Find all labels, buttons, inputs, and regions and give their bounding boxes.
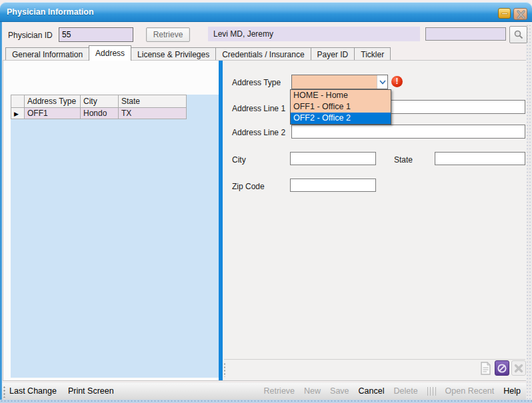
statusbar-grip-icon — [3, 386, 6, 398]
dropdown-option-off2[interactable]: OFF2 - Office 2 — [291, 113, 391, 124]
address-list-panel: Address Type City State ▶ OFF1 Hondo TX — [3, 61, 219, 380]
dropdown-option-off1[interactable]: OFF1 - Office 1 — [291, 101, 391, 113]
state-input[interactable] — [435, 152, 525, 165]
physician-id-input[interactable] — [59, 27, 133, 42]
statusbar-delete-button[interactable]: Delete — [393, 386, 417, 396]
window-right-gutter — [526, 24, 532, 400]
minimize-icon — [501, 13, 508, 15]
tab-tickler[interactable]: Tickler — [354, 47, 391, 61]
address-form-panel: Address Type ! HOME - Home OFF1 - Office… — [223, 61, 527, 380]
statusbar-help-button[interactable]: Help — [503, 386, 521, 396]
address-tab-page: Address Type City State ▶ OFF1 Hondo TX … — [3, 60, 526, 381]
zip-code-label: Zip Code — [232, 182, 265, 191]
last-change-button[interactable]: Last Change — [9, 386, 57, 396]
document-icon — [480, 362, 491, 375]
cell-state: TX — [119, 108, 187, 119]
combo-dropdown-button[interactable] — [377, 75, 387, 89]
cell-address-type: OFF1 — [25, 108, 81, 119]
tab-general-information[interactable]: General Information — [5, 47, 89, 61]
title-bar: Physician Information — [0, 2, 532, 22]
tab-credentials-insurance[interactable]: Credentials / Insurance — [215, 47, 311, 61]
search-button[interactable] — [509, 26, 527, 43]
footer-divider — [224, 359, 525, 360]
splitter-grip-icon — [223, 362, 226, 377]
retrieve-button[interactable]: Retrieve — [146, 27, 190, 42]
grid-header-row: Address Type City State — [11, 95, 187, 108]
statusbar-new-button[interactable]: New — [304, 386, 321, 396]
validation-error-icon: ! — [391, 76, 403, 87]
city-label: City — [232, 155, 246, 165]
address-grid: Address Type City State ▶ OFF1 Hondo TX — [11, 95, 219, 378]
chevron-down-icon — [379, 80, 386, 85]
city-input[interactable] — [290, 152, 376, 165]
statusbar-save-button[interactable]: Save — [330, 386, 349, 396]
grid-col-address-type[interactable]: Address Type — [25, 95, 81, 108]
delete-row-button[interactable] — [511, 360, 526, 376]
dropdown-option-home[interactable]: HOME - Home — [291, 90, 391, 101]
lookup-input[interactable] — [425, 27, 506, 41]
window-title: Physician Information — [7, 7, 94, 17]
state-label: State — [394, 155, 413, 165]
minimize-button[interactable] — [498, 8, 511, 19]
search-icon — [513, 29, 524, 40]
physician-id-label: Physician ID — [8, 31, 53, 40]
tab-license-privileges[interactable]: License & Privileges — [131, 47, 216, 61]
address-type-dropdown-list: HOME - Home OFF1 - Office 1 OFF2 - Offic… — [290, 89, 391, 125]
cancel-changes-button[interactable] — [495, 360, 509, 376]
tab-address[interactable]: Address — [89, 45, 131, 61]
address-type-label: Address Type — [232, 78, 281, 87]
window-bottom-border — [0, 400, 532, 403]
tab-strip: General Information Address License & Pr… — [5, 45, 390, 61]
window-left-border — [0, 22, 2, 400]
close-button[interactable] — [513, 8, 527, 20]
cell-city: Hondo — [81, 108, 119, 119]
zip-code-input[interactable] — [290, 179, 376, 192]
table-row[interactable]: ▶ OFF1 Hondo TX — [11, 108, 187, 119]
x-icon — [513, 363, 524, 374]
close-icon — [514, 9, 528, 21]
grid-selector-header — [11, 95, 25, 108]
grid-col-city[interactable]: City — [81, 95, 119, 108]
address-type-combobox[interactable] — [291, 75, 388, 89]
no-entry-icon — [497, 363, 507, 374]
address-type-value — [292, 75, 377, 89]
statusbar-open-recent-button[interactable]: Open Recent — [445, 386, 495, 396]
status-bar: Last Change Print Screen Retrieve New Sa… — [2, 382, 526, 400]
tab-payer-id[interactable]: Payer ID — [311, 47, 355, 61]
statusbar-retrieve-button[interactable]: Retrieve — [263, 386, 295, 396]
statusbar-separator — [427, 387, 436, 396]
physician-name-field: Levi MD, Jeremy — [208, 27, 420, 41]
address-line1-label: Address Line 1 — [232, 104, 285, 113]
address-line2-input[interactable] — [291, 125, 525, 139]
row-selector-icon: ▶ — [14, 111, 19, 117]
document-button[interactable] — [478, 360, 493, 376]
print-screen-button[interactable]: Print Screen — [68, 386, 114, 396]
address-line2-label: Address Line 2 — [232, 128, 285, 137]
grid-col-state[interactable]: State — [119, 95, 187, 108]
statusbar-cancel-button[interactable]: Cancel — [359, 386, 385, 396]
